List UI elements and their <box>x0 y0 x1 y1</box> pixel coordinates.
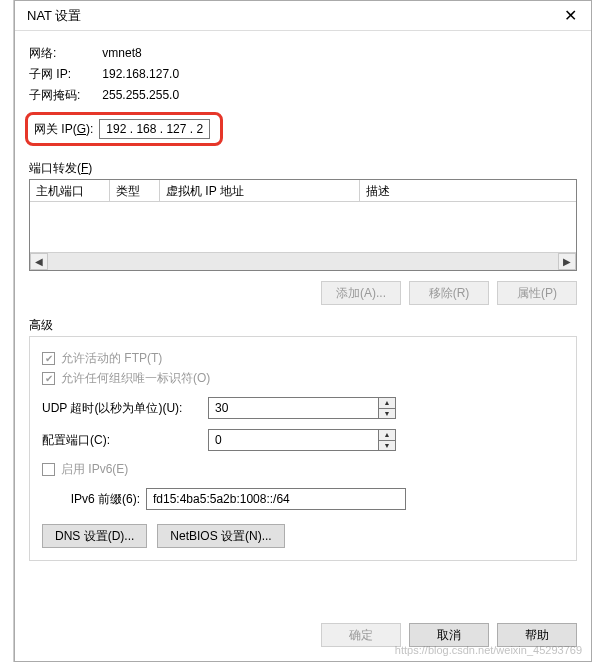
scroll-track[interactable] <box>48 253 558 270</box>
allow-active-ftp-checkbox[interactable]: ✔ <box>42 352 55 365</box>
gateway-ip-row: 网关 IP(G): 192 . 168 . 127 . 2 <box>25 112 223 146</box>
add-button[interactable]: 添加(A)... <box>321 281 401 305</box>
udp-timeout-row: UDP 超时(以秒为单位)(U): ▲ ▼ <box>42 397 564 419</box>
enable-ipv6-label: 启用 IPv6(E) <box>61 461 128 478</box>
advanced-group-label: 高级 <box>29 317 577 334</box>
allow-active-ftp-label: 允许活动的 FTP(T) <box>61 350 162 367</box>
subnet-ip-row: 子网 IP: 192.168.127.0 <box>29 66 577 83</box>
gateway-ip-label: 网关 IP(G): <box>34 121 93 138</box>
config-port-input[interactable] <box>208 429 378 451</box>
port-forward-table[interactable]: 主机端口 类型 虚拟机 IP 地址 描述 ◀ ▶ <box>29 179 577 271</box>
config-port-spinner: ▲ ▼ <box>208 429 396 451</box>
spin-up-icon[interactable]: ▲ <box>379 430 395 441</box>
enable-ipv6-row: 启用 IPv6(E) <box>42 461 564 478</box>
config-port-spin-buttons: ▲ ▼ <box>378 429 396 451</box>
col-vm-ip[interactable]: 虚拟机 IP 地址 <box>160 180 360 201</box>
dialog-title: NAT 设置 <box>27 7 81 25</box>
cancel-button[interactable]: 取消 <box>409 623 489 647</box>
remove-button[interactable]: 移除(R) <box>409 281 489 305</box>
port-forward-label: 端口转发(F) <box>29 160 577 177</box>
allow-any-oui-label: 允许任何组织唯一标识符(O) <box>61 370 210 387</box>
help-button[interactable]: 帮助 <box>497 623 577 647</box>
udp-timeout-spin-buttons: ▲ ▼ <box>378 397 396 419</box>
network-label: 网络: <box>29 45 99 62</box>
allow-any-oui-row: ✔ 允许任何组织唯一标识符(O) <box>42 370 564 387</box>
udp-timeout-spinner: ▲ ▼ <box>208 397 396 419</box>
col-type[interactable]: 类型 <box>110 180 160 201</box>
dialog-footer: 确定 取消 帮助 <box>15 609 591 661</box>
config-port-row: 配置端口(C): ▲ ▼ <box>42 429 564 451</box>
port-forward-buttons: 添加(A)... 移除(R) 属性(P) <box>29 281 577 305</box>
allow-any-oui-checkbox[interactable]: ✔ <box>42 372 55 385</box>
subnet-mask-value: 255.255.255.0 <box>102 88 179 102</box>
enable-ipv6-checkbox[interactable] <box>42 463 55 476</box>
dialog-content: 网络: vmnet8 子网 IP: 192.168.127.0 子网掩码: 25… <box>15 31 591 609</box>
scroll-right-button[interactable]: ▶ <box>558 253 576 270</box>
subnet-ip-value: 192.168.127.0 <box>102 67 179 81</box>
col-desc[interactable]: 描述 <box>360 180 576 201</box>
ok-button[interactable]: 确定 <box>321 623 401 647</box>
close-button[interactable]: ✕ <box>549 1 591 31</box>
advanced-group: ✔ 允许活动的 FTP(T) ✔ 允许任何组织唯一标识符(O) UDP 超时(以… <box>29 336 577 561</box>
allow-active-ftp-row: ✔ 允许活动的 FTP(T) <box>42 350 564 367</box>
subnet-mask-row: 子网掩码: 255.255.255.0 <box>29 87 577 104</box>
config-port-label: 配置端口(C): <box>42 432 202 449</box>
ipv6-prefix-row: IPv6 前缀(6): <box>42 488 564 510</box>
table-header: 主机端口 类型 虚拟机 IP 地址 描述 <box>30 180 576 202</box>
dns-settings-button[interactable]: DNS 设置(D)... <box>42 524 147 548</box>
spin-up-icon[interactable]: ▲ <box>379 398 395 409</box>
spin-down-icon[interactable]: ▼ <box>379 409 395 419</box>
netbios-settings-button[interactable]: NetBIOS 设置(N)... <box>157 524 284 548</box>
dns-netbios-row: DNS 设置(D)... NetBIOS 设置(N)... <box>42 524 564 548</box>
ipv6-prefix-input[interactable] <box>146 488 406 510</box>
ipv6-prefix-label: IPv6 前缀(6): <box>60 491 140 508</box>
udp-timeout-label: UDP 超时(以秒为单位)(U): <box>42 400 202 417</box>
titlebar: NAT 设置 ✕ <box>15 1 591 31</box>
gateway-ip-input[interactable]: 192 . 168 . 127 . 2 <box>99 119 210 139</box>
spin-down-icon[interactable]: ▼ <box>379 441 395 451</box>
network-row: 网络: vmnet8 <box>29 45 577 62</box>
parent-window-strip <box>0 0 14 662</box>
col-host-port[interactable]: 主机端口 <box>30 180 110 201</box>
table-body <box>30 202 576 252</box>
subnet-ip-label: 子网 IP: <box>29 66 99 83</box>
nat-settings-dialog: NAT 设置 ✕ 网络: vmnet8 子网 IP: 192.168.127.0… <box>14 0 592 662</box>
udp-timeout-input[interactable] <box>208 397 378 419</box>
scroll-left-button[interactable]: ◀ <box>30 253 48 270</box>
properties-button[interactable]: 属性(P) <box>497 281 577 305</box>
network-value: vmnet8 <box>102 46 141 60</box>
subnet-mask-label: 子网掩码: <box>29 87 99 104</box>
horizontal-scrollbar[interactable]: ◀ ▶ <box>30 252 576 270</box>
